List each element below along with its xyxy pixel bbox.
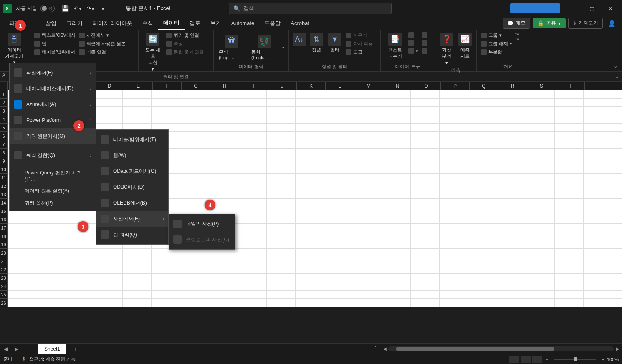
cell[interactable]: [440, 90, 468, 98]
cell[interactable]: [324, 199, 353, 207]
cell[interactable]: [152, 90, 180, 98]
row-header[interactable]: 5: [0, 124, 8, 132]
cell[interactable]: [123, 249, 152, 257]
row-header[interactable]: 20: [0, 249, 8, 257]
cell[interactable]: [411, 207, 440, 215]
select-all-corner[interactable]: [0, 82, 8, 90]
cell[interactable]: [468, 90, 497, 98]
cell[interactable]: [238, 115, 267, 123]
cell[interactable]: [238, 257, 267, 265]
cell[interactable]: [440, 140, 468, 148]
row-header[interactable]: 15: [0, 207, 8, 215]
cell[interactable]: [526, 157, 555, 165]
cell[interactable]: [267, 190, 296, 198]
cell[interactable]: [267, 165, 296, 173]
cell[interactable]: [238, 157, 267, 165]
cell[interactable]: [209, 99, 238, 106]
cell[interactable]: [94, 299, 123, 307]
cell[interactable]: [267, 299, 296, 307]
tab-insert[interactable]: 삽입: [40, 17, 61, 30]
cell[interactable]: [152, 282, 180, 290]
cell[interactable]: [324, 299, 353, 307]
cell[interactable]: [8, 224, 36, 232]
cell[interactable]: [497, 90, 526, 98]
cell[interactable]: [497, 182, 526, 190]
cell[interactable]: [36, 274, 65, 282]
cell[interactable]: [324, 99, 353, 106]
horizontal-scrollbar[interactable]: [388, 346, 614, 351]
cell[interactable]: [180, 90, 209, 98]
cell[interactable]: [180, 124, 209, 131]
cell[interactable]: [468, 190, 497, 198]
cell[interactable]: [180, 265, 209, 273]
column-header[interactable]: G: [182, 82, 210, 90]
consolidate-button[interactable]: [421, 32, 428, 38]
whatif-button[interactable]: ❓가상 분석▾: [438, 32, 455, 66]
row-header[interactable]: 22: [0, 265, 8, 274]
row-header[interactable]: 7: [0, 140, 8, 149]
cell[interactable]: [238, 232, 267, 240]
cell[interactable]: [267, 249, 296, 257]
cell[interactable]: [324, 224, 353, 232]
cell[interactable]: [296, 224, 324, 232]
cell[interactable]: [267, 124, 296, 131]
cell[interactable]: [65, 282, 94, 290]
cell[interactable]: [209, 182, 238, 190]
cell[interactable]: [267, 140, 296, 148]
cell[interactable]: [238, 140, 267, 148]
cell[interactable]: [209, 90, 238, 98]
cell[interactable]: [353, 282, 382, 290]
cell[interactable]: [267, 157, 296, 165]
cell[interactable]: [353, 299, 382, 307]
cell[interactable]: [94, 90, 123, 98]
row-header[interactable]: 8: [0, 149, 8, 157]
cell[interactable]: [497, 115, 526, 123]
ungroup-button[interactable]: 그룹 해제 ▾: [480, 40, 513, 47]
cell[interactable]: [296, 182, 324, 190]
cell[interactable]: [238, 282, 267, 290]
cell[interactable]: [324, 107, 353, 115]
cell[interactable]: [468, 215, 497, 223]
cell[interactable]: [8, 274, 36, 282]
cell[interactable]: [123, 291, 152, 298]
cell[interactable]: [382, 240, 411, 248]
cell[interactable]: [411, 174, 440, 182]
cell[interactable]: [296, 215, 324, 223]
cell[interactable]: [296, 99, 324, 106]
cell[interactable]: [8, 232, 36, 240]
cell[interactable]: [296, 157, 324, 165]
cell[interactable]: [411, 99, 440, 106]
cell[interactable]: [382, 215, 411, 223]
cell[interactable]: [267, 232, 296, 240]
cell[interactable]: [468, 224, 497, 232]
cell[interactable]: [468, 257, 497, 265]
cell[interactable]: [8, 291, 36, 298]
cell[interactable]: [555, 132, 584, 140]
cell[interactable]: [324, 232, 353, 240]
name-box[interactable]: A: [0, 72, 8, 81]
cell[interactable]: [497, 165, 526, 173]
column-header[interactable]: T: [556, 82, 585, 90]
column-header[interactable]: P: [441, 82, 470, 90]
cell[interactable]: [238, 174, 267, 182]
cell[interactable]: [296, 124, 324, 131]
menu-item[interactable]: 빈 쿼리(Q): [96, 227, 168, 243]
column-header[interactable]: I: [239, 82, 268, 90]
menu-item[interactable]: OData 피드에서(O): [96, 163, 168, 179]
cell[interactable]: [238, 124, 267, 131]
cell[interactable]: [411, 282, 440, 290]
cell[interactable]: [497, 107, 526, 115]
cell[interactable]: [65, 240, 94, 248]
normal-view-button[interactable]: [509, 356, 519, 363]
cell[interactable]: [267, 115, 296, 123]
cell[interactable]: [324, 132, 353, 140]
cell[interactable]: [267, 182, 296, 190]
formula-expand-icon[interactable]: ⌄: [615, 74, 619, 79]
cell[interactable]: [353, 291, 382, 298]
column-header[interactable]: E: [124, 82, 153, 90]
cell[interactable]: [296, 107, 324, 115]
sort-button[interactable]: ⇅정렬: [308, 32, 325, 54]
cell[interactable]: [382, 149, 411, 157]
cell[interactable]: [555, 124, 584, 131]
cell[interactable]: [555, 232, 584, 240]
